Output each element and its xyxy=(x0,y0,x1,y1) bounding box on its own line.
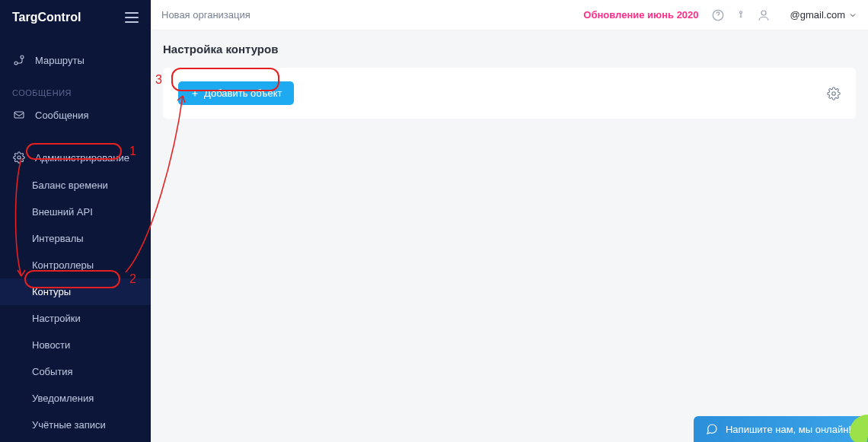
svg-rect-2 xyxy=(14,112,24,118)
main-content: Настройка контуров Добавить объект xyxy=(151,30,868,442)
sidebar-item-accounts[interactable]: Учётные записи xyxy=(0,412,151,438)
envelope-icon xyxy=(12,108,26,122)
svg-point-7 xyxy=(761,11,766,15)
svg-point-6 xyxy=(739,11,742,13)
sidebar-item-messages[interactable]: Сообщения xyxy=(0,100,151,129)
sidebar-item-controllers[interactable]: Контроллеры xyxy=(0,252,151,278)
svg-point-0 xyxy=(14,62,18,65)
sidebar-section-messages: СООБЩЕНИЯ xyxy=(0,75,151,100)
add-object-button[interactable]: Добавить объект xyxy=(178,81,294,105)
sidebar-item-label: Администрирование xyxy=(35,152,129,164)
sidebar-item-routes[interactable]: Маршруты xyxy=(0,46,151,75)
svg-point-1 xyxy=(21,56,24,59)
svg-point-8 xyxy=(832,91,836,95)
update-link[interactable]: Обновление июнь 2020 xyxy=(583,9,698,21)
sidebar-item-contours[interactable]: Контуры xyxy=(0,278,151,305)
knowledge-icon[interactable] xyxy=(734,8,748,22)
gear-icon xyxy=(12,151,26,164)
chat-text: Напишите нам, мы онлайн! xyxy=(726,424,851,435)
chat-icon xyxy=(706,423,718,435)
org-name[interactable]: Новая организация xyxy=(161,9,251,21)
user-menu[interactable]: @gmail.com xyxy=(790,9,857,21)
sidebar-item-balance[interactable]: Баланс времени xyxy=(0,172,151,199)
sidebar-item-events[interactable]: События xyxy=(0,358,151,385)
sidebar-item-settings[interactable]: Настройки xyxy=(0,305,151,332)
hamburger-icon[interactable] xyxy=(125,12,139,23)
sidebar-item-admin[interactable]: Администрирование xyxy=(0,143,151,172)
sidebar-item-label: Сообщения xyxy=(35,110,89,121)
sidebar: TargControl Маршруты СООБЩЕНИЯ Сообщения… xyxy=(0,0,151,442)
plus-icon xyxy=(190,89,199,98)
help-icon[interactable] xyxy=(711,8,725,22)
card-settings-icon[interactable] xyxy=(827,87,841,100)
topbar: Новая организация Обновление июнь 2020 @… xyxy=(151,0,868,30)
sidebar-item-intervals[interactable]: Интервалы xyxy=(0,225,151,252)
app-logo: TargControl xyxy=(12,11,81,24)
sidebar-item-api[interactable]: Внешний API xyxy=(0,199,151,225)
routes-icon xyxy=(12,53,26,67)
sidebar-item-news[interactable]: Новости xyxy=(0,332,151,358)
page-title: Настройка контуров xyxy=(163,43,856,56)
sidebar-item-notifications[interactable]: Уведомления xyxy=(0,385,151,412)
content-card: Добавить объект xyxy=(163,68,856,119)
sidebar-item-label: Маршруты xyxy=(35,55,85,66)
sidebar-nav: Маршруты СООБЩЕНИЯ Сообщения Администрир… xyxy=(0,35,151,442)
user-icon[interactable] xyxy=(757,8,771,22)
svg-point-3 xyxy=(18,156,21,159)
sidebar-header: TargControl xyxy=(0,0,151,35)
chat-widget[interactable]: Напишите нам, мы онлайн! xyxy=(694,416,868,442)
chevron-down-icon xyxy=(848,11,857,20)
